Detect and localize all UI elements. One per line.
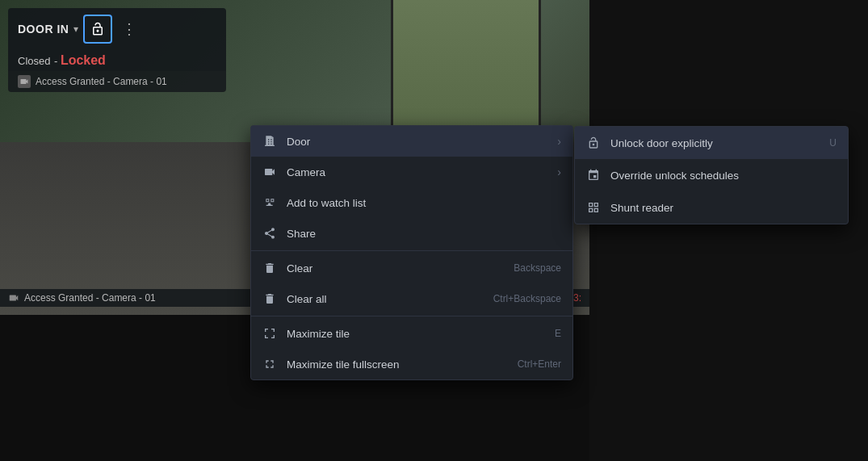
submenu-calendar-icon: [586, 168, 601, 182]
submenu-unlock-icon: [586, 136, 601, 150]
door-closed-text: Closed: [18, 55, 50, 67]
binoculars-icon: [262, 195, 277, 210]
door-controls: ⋮: [83, 15, 140, 44]
more-options-button[interactable]: ⋮: [119, 17, 140, 41]
share-menu-label: Share: [287, 228, 561, 240]
door-title: DOOR IN: [18, 23, 69, 36]
camera-access-text: Access Granted - Camera - 01: [36, 76, 167, 87]
door-locked-text: Locked: [61, 53, 106, 67]
maximizefs-shortcut: Ctrl+Enter: [518, 358, 561, 370]
submenu-item-override[interactable]: Override unlock schedules: [575, 159, 848, 191]
door-status-separator: -: [54, 55, 61, 67]
clearall-trash-icon: [262, 291, 277, 306]
watch-menu-label: Add to watch list: [287, 197, 561, 209]
door-submenu: Unlock door explicitly U Override unlock…: [574, 126, 849, 224]
context-menu: Door › Camera › Add to watch list Share: [250, 125, 573, 380]
camera-arrow-icon: ›: [557, 166, 561, 178]
camera-menu-icon: [262, 165, 277, 179]
clearall-shortcut: Ctrl+Backspace: [493, 293, 561, 304]
maximize-menu-label: Maximize tile: [287, 328, 545, 340]
menu-item-door[interactable]: Door ›: [251, 126, 572, 157]
menu-item-camera[interactable]: Camera ›: [251, 157, 572, 187]
unlock-door-button[interactable]: [83, 15, 112, 44]
divider-1: [251, 250, 572, 251]
camera-small-icon: [18, 75, 31, 88]
chevron-down-icon[interactable]: ▾: [73, 23, 78, 35]
fullscreen-icon: [262, 357, 277, 371]
menu-item-clear[interactable]: Clear Backspace: [251, 253, 572, 283]
status-strip-text: Access Granted - Camera - 01: [24, 292, 156, 304]
override-label: Override unlock schedules: [610, 170, 837, 182]
camera-menu-label: Camera: [287, 166, 547, 178]
door-menu-label: Door: [287, 136, 547, 148]
camera-strip-icon: [8, 292, 19, 304]
menu-item-maximizefs[interactable]: Maximize tile fullscreen Ctrl+Enter: [251, 349, 572, 379]
unlock-icon: [90, 22, 105, 36]
clearall-menu-label: Clear all: [287, 293, 484, 305]
maximize-shortcut: E: [555, 328, 561, 339]
status-left: Access Granted - Camera - 01: [8, 292, 156, 304]
unlock-door-label: Unlock door explicitly: [610, 137, 820, 149]
share-icon: [262, 226, 277, 241]
maximizefs-menu-label: Maximize tile fullscreen: [287, 358, 508, 371]
submenu-grid-icon: [586, 200, 601, 215]
clear-shortcut: Backspace: [514, 262, 561, 274]
submenu-item-shunt[interactable]: Shunt reader: [575, 191, 848, 224]
right-panel: [589, 0, 868, 461]
clear-menu-label: Clear: [287, 262, 504, 275]
menu-item-watch[interactable]: Add to watch list: [251, 187, 572, 218]
menu-item-share[interactable]: Share: [251, 218, 572, 249]
submenu-item-unlock[interactable]: Unlock door explicitly U: [575, 127, 848, 159]
door-status-bar: Closed - Locked: [8, 50, 226, 71]
camera-access-bar: Access Granted - Camera - 01: [8, 71, 226, 92]
divider-2: [251, 316, 572, 316]
menu-item-clearall[interactable]: Clear all Ctrl+Backspace: [251, 283, 572, 314]
menu-item-maximize[interactable]: Maximize tile E: [251, 318, 572, 349]
door-title-bar: DOOR IN ▾ ⋮: [8, 8, 226, 50]
unlock-shortcut: U: [829, 137, 837, 149]
clear-trash-icon: [262, 261, 277, 275]
door-status: Closed - Locked: [18, 53, 106, 68]
shunt-label: Shunt reader: [610, 202, 837, 214]
maximize-icon: [262, 326, 277, 341]
door-icon: [262, 134, 277, 149]
door-arrow-icon: ›: [557, 135, 561, 148]
camera-overlay: DOOR IN ▾ ⋮ Closed - Locked Access Grant…: [8, 8, 226, 92]
